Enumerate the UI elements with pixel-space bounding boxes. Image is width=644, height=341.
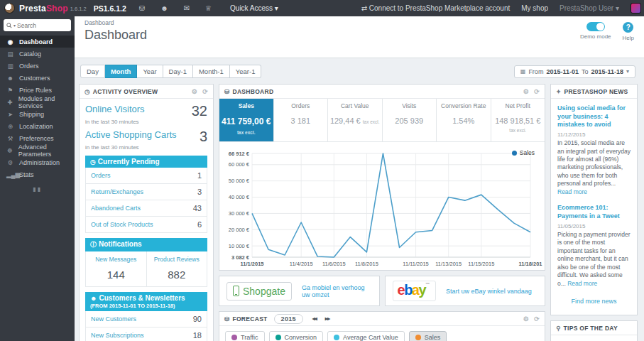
sidebar-item-catalog[interactable]: ▤Catalog: [0, 48, 75, 60]
cart-icon[interactable]: ⛁: [139, 4, 145, 12]
sales-line-chart: 66 912 €60 000 €50 000 €40 000 €30 000 €…: [221, 146, 537, 269]
advanced-parameters-icon: ☸: [6, 147, 13, 154]
range-month-1-button[interactable]: Month-1: [193, 65, 230, 78]
read-more-link[interactable]: Read more: [567, 280, 597, 287]
pending-row-returns: Return/Exchanges3: [86, 184, 207, 200]
forecast-year: 2015: [274, 314, 303, 324]
svg-text:60 000 €: 60 000 €: [229, 161, 250, 168]
breadcrumb[interactable]: Dashboard: [84, 19, 634, 26]
next-year-button[interactable]: ▸▸: [322, 315, 332, 322]
collapse-menu-button[interactable]: ▮▮: [0, 186, 75, 193]
refresh-icon[interactable]: ⟳: [202, 88, 208, 95]
sidebar-item-shipping[interactable]: ➤Shipping: [0, 108, 75, 120]
user-avatar[interactable]: [631, 3, 641, 13]
forecast-toggle-traffic[interactable]: Traffic: [225, 331, 265, 341]
main-content: Dashboard Dashboard Demo mode ? Help Day…: [75, 16, 644, 341]
search-scope-caret[interactable]: ▾: [13, 23, 16, 28]
dashboard-panel-title: DASHBOARD: [232, 88, 273, 95]
shopgate-link[interactable]: Ga mobiel en verhoog uw omzet: [302, 284, 372, 298]
sidebar-item-localization[interactable]: ⊕Localization: [0, 120, 75, 132]
pending-row-abandoned-carts: Abandoned Carts43: [86, 200, 207, 217]
range-year-1-button[interactable]: Year-1: [230, 65, 262, 78]
sidebar-item-dashboard[interactable]: ◉Dashboard: [0, 36, 75, 48]
pending-row-out-of-stock: Out of Stock Products6: [86, 217, 207, 232]
price-rules-icon: ⚑: [6, 87, 14, 94]
calendar-icon: ▦: [520, 68, 526, 75]
sidebar-item-advanced-parameters[interactable]: ☸Advanced Parameters: [0, 144, 75, 156]
active-carts-link[interactable]: Active Shopping Carts: [85, 129, 177, 140]
quick-access-menu[interactable]: Quick Access ▾: [230, 4, 278, 12]
previous-year-button[interactable]: ◂◂: [310, 315, 320, 322]
refresh-icon[interactable]: ⟳: [534, 88, 540, 95]
chevron-down-icon: ▾: [626, 68, 629, 75]
sidebar-item-modules[interactable]: ✚Modules and Services: [0, 96, 75, 108]
kpi-tab-sales[interactable]: Sales411 759,00 € tax excl.: [219, 99, 274, 141]
forecast-toggle-sales[interactable]: Sales: [409, 331, 447, 341]
kpi-tab-net-profit[interactable]: Net Profit148 918,51 € tax excl.: [491, 99, 545, 141]
prestashop-logo[interactable]: [4, 3, 15, 13]
product-reviews-cell: Product Reviews882: [146, 251, 207, 286]
range-month-button[interactable]: Month: [105, 65, 138, 78]
range-day-1-button[interactable]: Day-1: [163, 65, 193, 78]
svg-text:11/11/2015: 11/11/2015: [403, 261, 428, 267]
customers-icon: ☻: [6, 75, 14, 82]
news-article-title[interactable]: Using social media for your business: 4 …: [557, 104, 631, 129]
demo-mode-toggle[interactable]: [586, 22, 605, 31]
info-icon: ⓘ: [90, 241, 97, 248]
sidebar: ▾ ◉Dashboard ▤Catalog ▥Orders ☻Customers…: [0, 16, 75, 341]
sidebar-item-price-rules[interactable]: ⚑Price Rules: [0, 84, 75, 96]
range-day-button[interactable]: Day: [80, 65, 105, 78]
sidebar-item-preferences[interactable]: ⚒Preferences: [0, 132, 75, 144]
date-range-picker[interactable]: ▦ From2015-11-01 To2015-11-18 ▾: [514, 65, 635, 78]
forecast-toggle-average-cart-value[interactable]: Average Cart Value: [327, 331, 405, 341]
online-visitors-link[interactable]: Online Visitors: [85, 104, 145, 114]
ebay-link[interactable]: Start uw eBay winkel vandaag: [446, 288, 532, 295]
user-menu[interactable]: PrestaShop User ▾: [560, 4, 619, 12]
mail-icon[interactable]: ✉: [184, 4, 190, 12]
news-article-excerpt: Picking a payment provider is one of the…: [557, 231, 631, 288]
range-year-button[interactable]: Year: [137, 65, 163, 78]
gear-icon[interactable]: ⚙: [192, 88, 197, 95]
find-more-news-link[interactable]: Find more news: [557, 298, 631, 305]
marketplace-link[interactable]: ⇄ Connect to PrestaShop Marketplace acco…: [361, 4, 511, 12]
customers-row-new-customers: New Customers90: [86, 311, 207, 328]
sidebar-item-administration[interactable]: ⚙Administration: [0, 156, 75, 168]
kpi-tab-visits[interactable]: Visits205 939: [383, 99, 437, 141]
search-icon: [6, 23, 12, 28]
my-shop-link[interactable]: My shop: [521, 4, 548, 12]
shopgate-banner[interactable]: Shopgate Ga mobiel en verhoog uw omzet: [219, 276, 380, 306]
forecast-toggle-conversion[interactable]: Conversion: [269, 331, 324, 341]
person-icon[interactable]: ☻: [160, 4, 168, 12]
phone-icon: [233, 286, 239, 296]
cart-icon: ⛁: [224, 315, 229, 323]
kpi-tab-orders[interactable]: Orders3 181: [274, 99, 329, 141]
chart-legend[interactable]: Sales: [512, 149, 535, 156]
news-article: Using social media for your business: 4 …: [557, 104, 631, 196]
tips-of-the-day-panel: ⚲ TIPS OF THE DAY ingenico Payment servi…: [550, 320, 638, 341]
news-article-title[interactable]: Ecommerce 101: Payments in a Tweet: [557, 204, 631, 220]
brand-name[interactable]: PrestaShop: [19, 4, 68, 13]
sidebar-item-customers[interactable]: ☻Customers: [0, 72, 75, 84]
customers-row-new-subscriptions: New Subscriptions18: [86, 328, 207, 341]
forecast-panel: ⛁ FORECAST 2015 ◂◂ ▸▸ ⚙⟳ Traffic Convers…: [219, 311, 545, 341]
help-button[interactable]: ?: [623, 22, 633, 33]
sidebar-item-stats[interactable]: ▂▄▆Stats: [0, 168, 75, 180]
svg-text:11/15/2015: 11/15/2015: [468, 261, 494, 267]
read-more-link[interactable]: Read more: [557, 188, 587, 195]
forecast-panel-title: FORECAST: [232, 315, 267, 323]
gear-icon[interactable]: ⚙: [523, 315, 529, 323]
kpi-tab-cart-value[interactable]: Cart Value129,44 € tax excl.: [328, 99, 383, 141]
search-input[interactable]: [17, 22, 60, 29]
sidebar-search[interactable]: ▾: [4, 19, 71, 31]
demo-mode-label: Demo mode: [580, 33, 611, 40]
gear-icon[interactable]: ⚙: [523, 88, 529, 95]
average-cart-value-dot: [334, 335, 339, 340]
news-article: Ecommerce 101: Payments in a Tweet 11/05…: [557, 204, 631, 288]
refresh-icon[interactable]: ⟳: [534, 315, 540, 323]
trophy-icon[interactable]: ♕: [205, 4, 212, 12]
customers-newsletters-header: ☻Customers & Newsletters(FROM 2015-11-01…: [85, 292, 207, 311]
sidebar-item-orders[interactable]: ▥Orders: [0, 60, 75, 72]
ebay-banner[interactable]: ebay™ Start uw eBay winkel vandaag: [385, 276, 546, 306]
currently-pending-header: ◷Currently Pending: [85, 156, 207, 168]
kpi-tab-conversion-rate[interactable]: Conversion Rate1.54%: [437, 99, 491, 141]
